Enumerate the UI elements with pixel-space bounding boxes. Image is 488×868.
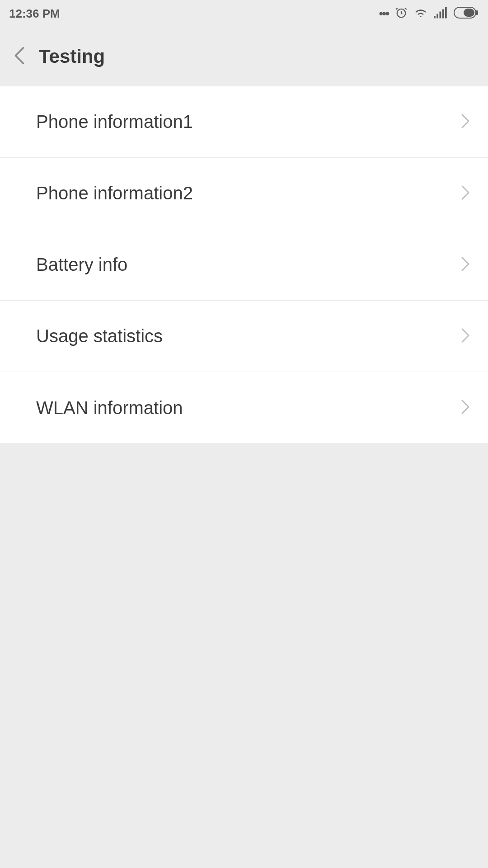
list-item-label: Phone information2 — [36, 183, 193, 203]
list-item-usage-statistics[interactable]: Usage statistics — [0, 301, 488, 372]
alarm-icon — [395, 6, 408, 21]
back-icon[interactable] — [14, 47, 25, 66]
chevron-right-icon — [461, 399, 470, 416]
chevron-right-icon — [461, 113, 470, 131]
svg-rect-8 — [464, 9, 474, 17]
menu-list: Phone information1 Phone information2 Ba… — [0, 86, 488, 444]
page-title: Testing — [39, 46, 105, 67]
header: Testing — [0, 27, 488, 86]
list-item-label: Phone information1 — [36, 112, 193, 132]
svg-rect-4 — [442, 9, 444, 19]
list-item-label: Usage statistics — [36, 326, 163, 346]
svg-rect-2 — [436, 14, 438, 19]
battery-icon — [454, 7, 479, 20]
status-time: 12:36 PM — [9, 7, 60, 21]
list-item-battery-info[interactable]: Battery info — [0, 229, 488, 301]
chevron-right-icon — [461, 256, 470, 274]
list-item-phone-information2[interactable]: Phone information2 — [0, 158, 488, 229]
signal-icon — [434, 7, 447, 20]
wifi-icon — [414, 6, 427, 21]
list-item-phone-information1[interactable]: Phone information1 — [0, 86, 488, 158]
list-item-label: Battery info — [36, 255, 127, 275]
status-icons: ••• — [379, 6, 479, 21]
svg-rect-7 — [476, 10, 478, 15]
svg-rect-3 — [440, 12, 441, 19]
list-item-label: WLAN information — [36, 398, 183, 418]
svg-rect-1 — [434, 16, 436, 19]
more-dots-icon: ••• — [379, 7, 389, 21]
svg-rect-5 — [445, 7, 447, 19]
chevron-right-icon — [461, 328, 470, 345]
list-item-wlan-information[interactable]: WLAN information — [0, 372, 488, 443]
status-bar: 12:36 PM ••• — [0, 0, 488, 27]
chevron-right-icon — [461, 185, 470, 202]
